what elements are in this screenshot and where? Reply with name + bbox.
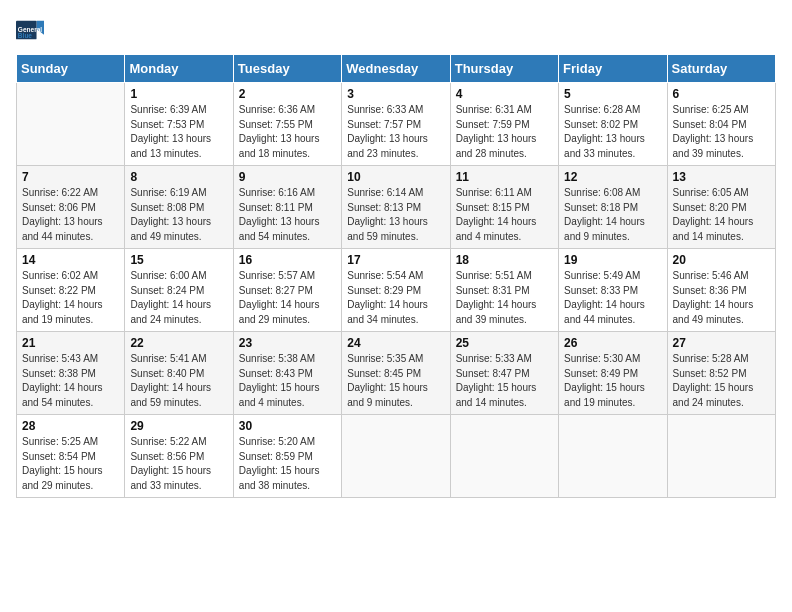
calendar-day-cell: 28Sunrise: 5:25 AMSunset: 8:54 PMDayligh… [17, 415, 125, 498]
logo: General Blue [16, 16, 44, 44]
calendar-day-cell: 15Sunrise: 6:00 AMSunset: 8:24 PMDayligh… [125, 249, 233, 332]
day-number: 15 [130, 253, 227, 267]
page-header: General Blue [16, 16, 776, 44]
day-number: 21 [22, 336, 119, 350]
calendar-week-row: 7Sunrise: 6:22 AMSunset: 8:06 PMDaylight… [17, 166, 776, 249]
day-info: Sunrise: 6:31 AMSunset: 7:59 PMDaylight:… [456, 103, 553, 161]
calendar-day-cell: 22Sunrise: 5:41 AMSunset: 8:40 PMDayligh… [125, 332, 233, 415]
day-info: Sunrise: 6:08 AMSunset: 8:18 PMDaylight:… [564, 186, 661, 244]
weekday-header-sunday: Sunday [17, 55, 125, 83]
day-number: 27 [673, 336, 770, 350]
calendar-day-cell: 20Sunrise: 5:46 AMSunset: 8:36 PMDayligh… [667, 249, 775, 332]
svg-text:Blue: Blue [18, 32, 32, 39]
calendar-week-row: 21Sunrise: 5:43 AMSunset: 8:38 PMDayligh… [17, 332, 776, 415]
calendar-day-cell: 5Sunrise: 6:28 AMSunset: 8:02 PMDaylight… [559, 83, 667, 166]
weekday-header-row: SundayMondayTuesdayWednesdayThursdayFrid… [17, 55, 776, 83]
day-info: Sunrise: 5:33 AMSunset: 8:47 PMDaylight:… [456, 352, 553, 410]
day-number: 14 [22, 253, 119, 267]
calendar-day-cell: 17Sunrise: 5:54 AMSunset: 8:29 PMDayligh… [342, 249, 450, 332]
calendar-week-row: 14Sunrise: 6:02 AMSunset: 8:22 PMDayligh… [17, 249, 776, 332]
day-number: 6 [673, 87, 770, 101]
day-info: Sunrise: 5:25 AMSunset: 8:54 PMDaylight:… [22, 435, 119, 493]
day-number: 18 [456, 253, 553, 267]
day-number: 9 [239, 170, 336, 184]
calendar-day-cell: 3Sunrise: 6:33 AMSunset: 7:57 PMDaylight… [342, 83, 450, 166]
calendar-day-cell: 24Sunrise: 5:35 AMSunset: 8:45 PMDayligh… [342, 332, 450, 415]
day-info: Sunrise: 6:00 AMSunset: 8:24 PMDaylight:… [130, 269, 227, 327]
day-number: 16 [239, 253, 336, 267]
day-info: Sunrise: 5:57 AMSunset: 8:27 PMDaylight:… [239, 269, 336, 327]
calendar-day-cell: 6Sunrise: 6:25 AMSunset: 8:04 PMDaylight… [667, 83, 775, 166]
day-info: Sunrise: 5:38 AMSunset: 8:43 PMDaylight:… [239, 352, 336, 410]
calendar-week-row: 1Sunrise: 6:39 AMSunset: 7:53 PMDaylight… [17, 83, 776, 166]
day-number: 13 [673, 170, 770, 184]
calendar-day-cell: 25Sunrise: 5:33 AMSunset: 8:47 PMDayligh… [450, 332, 558, 415]
day-info: Sunrise: 5:22 AMSunset: 8:56 PMDaylight:… [130, 435, 227, 493]
weekday-header-monday: Monday [125, 55, 233, 83]
day-info: Sunrise: 6:05 AMSunset: 8:20 PMDaylight:… [673, 186, 770, 244]
calendar-day-cell [17, 83, 125, 166]
day-info: Sunrise: 5:51 AMSunset: 8:31 PMDaylight:… [456, 269, 553, 327]
day-info: Sunrise: 6:36 AMSunset: 7:55 PMDaylight:… [239, 103, 336, 161]
day-number: 11 [456, 170, 553, 184]
calendar-week-row: 28Sunrise: 5:25 AMSunset: 8:54 PMDayligh… [17, 415, 776, 498]
day-info: Sunrise: 6:19 AMSunset: 8:08 PMDaylight:… [130, 186, 227, 244]
day-info: Sunrise: 6:14 AMSunset: 8:13 PMDaylight:… [347, 186, 444, 244]
calendar-day-cell: 14Sunrise: 6:02 AMSunset: 8:22 PMDayligh… [17, 249, 125, 332]
calendar-day-cell: 8Sunrise: 6:19 AMSunset: 8:08 PMDaylight… [125, 166, 233, 249]
calendar-day-cell: 19Sunrise: 5:49 AMSunset: 8:33 PMDayligh… [559, 249, 667, 332]
day-number: 26 [564, 336, 661, 350]
calendar-day-cell: 26Sunrise: 5:30 AMSunset: 8:49 PMDayligh… [559, 332, 667, 415]
calendar-day-cell: 29Sunrise: 5:22 AMSunset: 8:56 PMDayligh… [125, 415, 233, 498]
weekday-header-friday: Friday [559, 55, 667, 83]
day-number: 17 [347, 253, 444, 267]
day-info: Sunrise: 5:43 AMSunset: 8:38 PMDaylight:… [22, 352, 119, 410]
calendar-day-cell: 21Sunrise: 5:43 AMSunset: 8:38 PMDayligh… [17, 332, 125, 415]
day-number: 8 [130, 170, 227, 184]
calendar-day-cell: 12Sunrise: 6:08 AMSunset: 8:18 PMDayligh… [559, 166, 667, 249]
day-info: Sunrise: 5:28 AMSunset: 8:52 PMDaylight:… [673, 352, 770, 410]
day-number: 30 [239, 419, 336, 433]
day-info: Sunrise: 6:25 AMSunset: 8:04 PMDaylight:… [673, 103, 770, 161]
logo-icon: General Blue [16, 16, 44, 44]
calendar-day-cell [450, 415, 558, 498]
day-number: 2 [239, 87, 336, 101]
calendar-day-cell: 30Sunrise: 5:20 AMSunset: 8:59 PMDayligh… [233, 415, 341, 498]
calendar-day-cell: 7Sunrise: 6:22 AMSunset: 8:06 PMDaylight… [17, 166, 125, 249]
day-info: Sunrise: 5:46 AMSunset: 8:36 PMDaylight:… [673, 269, 770, 327]
calendar-day-cell: 11Sunrise: 6:11 AMSunset: 8:15 PMDayligh… [450, 166, 558, 249]
day-info: Sunrise: 5:54 AMSunset: 8:29 PMDaylight:… [347, 269, 444, 327]
day-number: 20 [673, 253, 770, 267]
weekday-header-saturday: Saturday [667, 55, 775, 83]
day-info: Sunrise: 6:16 AMSunset: 8:11 PMDaylight:… [239, 186, 336, 244]
weekday-header-wednesday: Wednesday [342, 55, 450, 83]
calendar-day-cell: 18Sunrise: 5:51 AMSunset: 8:31 PMDayligh… [450, 249, 558, 332]
calendar-day-cell [667, 415, 775, 498]
day-number: 25 [456, 336, 553, 350]
day-number: 7 [22, 170, 119, 184]
calendar-day-cell [342, 415, 450, 498]
day-number: 24 [347, 336, 444, 350]
day-info: Sunrise: 6:02 AMSunset: 8:22 PMDaylight:… [22, 269, 119, 327]
day-number: 23 [239, 336, 336, 350]
day-number: 19 [564, 253, 661, 267]
day-info: Sunrise: 6:39 AMSunset: 7:53 PMDaylight:… [130, 103, 227, 161]
day-number: 1 [130, 87, 227, 101]
calendar-day-cell: 10Sunrise: 6:14 AMSunset: 8:13 PMDayligh… [342, 166, 450, 249]
calendar-table: SundayMondayTuesdayWednesdayThursdayFrid… [16, 54, 776, 498]
day-number: 10 [347, 170, 444, 184]
calendar-day-cell [559, 415, 667, 498]
calendar-day-cell: 1Sunrise: 6:39 AMSunset: 7:53 PMDaylight… [125, 83, 233, 166]
day-info: Sunrise: 5:49 AMSunset: 8:33 PMDaylight:… [564, 269, 661, 327]
day-info: Sunrise: 6:28 AMSunset: 8:02 PMDaylight:… [564, 103, 661, 161]
day-info: Sunrise: 5:41 AMSunset: 8:40 PMDaylight:… [130, 352, 227, 410]
weekday-header-tuesday: Tuesday [233, 55, 341, 83]
day-number: 5 [564, 87, 661, 101]
calendar-day-cell: 9Sunrise: 6:16 AMSunset: 8:11 PMDaylight… [233, 166, 341, 249]
calendar-day-cell: 4Sunrise: 6:31 AMSunset: 7:59 PMDaylight… [450, 83, 558, 166]
weekday-header-thursday: Thursday [450, 55, 558, 83]
day-number: 29 [130, 419, 227, 433]
day-info: Sunrise: 6:11 AMSunset: 8:15 PMDaylight:… [456, 186, 553, 244]
calendar-day-cell: 16Sunrise: 5:57 AMSunset: 8:27 PMDayligh… [233, 249, 341, 332]
day-info: Sunrise: 6:33 AMSunset: 7:57 PMDaylight:… [347, 103, 444, 161]
